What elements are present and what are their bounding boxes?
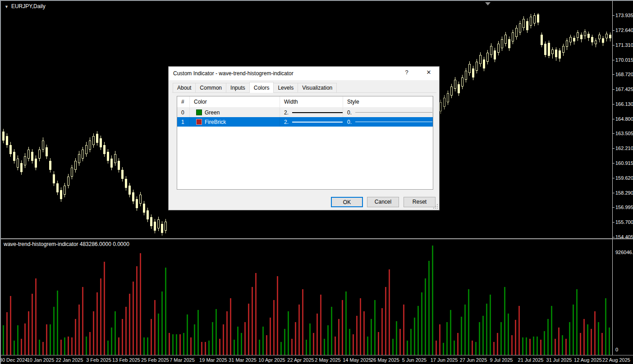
reset-button[interactable]: Reset	[404, 197, 436, 207]
histogram-bar	[42, 342, 44, 355]
tab-about[interactable]: About	[173, 83, 196, 93]
candle-body	[468, 64, 471, 73]
histogram-bar	[464, 305, 466, 355]
histogram-bar	[197, 310, 199, 355]
price-axis-label: 158.290	[615, 190, 633, 196]
tab-visualization[interactable]: Visualization	[298, 83, 337, 93]
time-axis-label: 13 Feb 2025	[112, 357, 140, 363]
resize-grip[interactable]	[433, 204, 438, 209]
dialog-button-row: OKCancelReset	[169, 197, 439, 208]
column-header-num[interactable]: #	[177, 96, 190, 107]
time-axis-label: 27 Jun 2025	[460, 357, 487, 363]
histogram-bar	[165, 268, 166, 355]
color-name: FireBrick	[205, 119, 226, 125]
pane-divider[interactable]	[1, 238, 633, 239]
histogram-bar	[273, 300, 275, 355]
histogram-bar	[161, 291, 163, 355]
dialog-titlebar[interactable]: Custom Indicator - wave-trend-histogrem-…	[169, 67, 439, 80]
candle-body	[46, 147, 48, 156]
candle-body	[580, 35, 583, 39]
column-header-style[interactable]: Style	[343, 96, 433, 107]
price-axis-label: 167.425	[615, 86, 633, 92]
width-value: 2.	[284, 109, 289, 116]
histogram-bar	[147, 337, 148, 355]
histogram-bar	[547, 319, 549, 355]
histogram-bar	[576, 289, 578, 355]
histogram-bar	[151, 319, 152, 355]
tab-levels[interactable]: Levels	[273, 83, 298, 93]
candle-body	[605, 34, 608, 38]
histogram-bar	[226, 311, 228, 355]
candle-body	[562, 46, 564, 53]
histogram-bar	[154, 300, 156, 355]
histogram-bar	[248, 304, 249, 355]
histogram-bar	[17, 325, 18, 355]
tab-colors[interactable]: Colors	[249, 82, 274, 93]
width-cell: 2.	[280, 117, 343, 127]
tab-common[interactable]: Common	[195, 83, 226, 93]
candle-body	[114, 154, 116, 163]
histogram-bar	[468, 289, 469, 355]
histogram-bar	[555, 339, 556, 355]
row-index-cell: 1	[177, 117, 190, 127]
histogram-bar	[573, 305, 574, 355]
table-row[interactable]: 1FireBrick2.0.	[177, 117, 433, 127]
histogram-bar	[378, 332, 379, 355]
table-row[interactable]: 0Green2.0.	[177, 108, 433, 117]
candle-body	[121, 170, 124, 179]
histogram-bar	[540, 340, 541, 355]
candle-body	[476, 62, 478, 71]
histogram-bar	[486, 304, 487, 355]
histogram-bar	[565, 339, 567, 355]
tab-underline	[172, 92, 436, 93]
cancel-button[interactable]: Cancel	[367, 197, 399, 207]
row-index-cell: 0	[177, 108, 190, 117]
candle-body	[9, 145, 12, 154]
histogram-bar	[313, 333, 314, 355]
time-axis-label: 26 May 2025	[371, 357, 399, 363]
candle-body	[483, 59, 485, 68]
candle-body	[566, 41, 568, 47]
colors-table: #ColorWidthStyle 0Green2.0.1FireBrick2.0…	[177, 96, 433, 190]
column-header-color[interactable]: Color	[190, 96, 280, 107]
column-header-width[interactable]: Width	[280, 96, 343, 107]
style-line-sample	[355, 112, 432, 113]
close-icon[interactable]: ✕	[422, 69, 436, 78]
indicator-pane[interactable]: wave-trend-histogrem-indicator 483286.00…	[1, 240, 612, 355]
help-icon[interactable]: ?	[400, 69, 413, 78]
style-cell: 0.	[343, 117, 433, 127]
color-cell: FireBrick	[190, 117, 280, 127]
histogram-bar	[497, 333, 498, 355]
histogram-bar	[609, 328, 610, 355]
candle-body	[38, 150, 41, 159]
time-axis-label: 22 Aug 2025	[602, 357, 630, 363]
histogram-bar	[529, 339, 531, 355]
tab-inputs[interactable]: Inputs	[226, 83, 250, 93]
price-axis-tick	[613, 30, 615, 31]
histogram-bar	[205, 342, 206, 355]
time-axis[interactable]: 30 Dec 202410 Jan 202522 Jan 20253 Feb 2…	[1, 356, 633, 364]
ok-button[interactable]: OK	[331, 197, 363, 207]
price-axis-tick	[613, 178, 615, 178]
price-axis[interactable]: 926046.45 0 173.935172.640171.310170.015…	[612, 1, 633, 355]
histogram-bar	[71, 337, 73, 355]
histogram-bar	[172, 334, 174, 355]
time-axis-label: 17 Jun 2025	[431, 357, 458, 363]
histogram-bar	[482, 316, 484, 355]
candle-body	[71, 168, 73, 177]
candle-body	[157, 219, 160, 228]
histogram-bar	[518, 306, 520, 355]
histogram-bar	[60, 340, 62, 355]
symbol-dropdown-icon[interactable]: ▼	[5, 5, 9, 9]
dialog-tab-strip: AboutCommonInputsColorsLevelsVisualizati…	[173, 82, 336, 93]
price-axis-label: 155.700	[615, 219, 633, 225]
time-axis-label: 5 Jun 2025	[402, 357, 427, 363]
histogram-bar	[259, 340, 260, 355]
time-axis-label: 31 Mar 2025	[229, 357, 257, 363]
price-axis-label: 160.915	[615, 160, 633, 166]
candle-body	[150, 217, 152, 226]
histogram-bar	[111, 328, 112, 355]
candle-body	[526, 21, 528, 30]
histogram-bar	[234, 340, 235, 355]
price-axis-tick	[613, 74, 615, 75]
